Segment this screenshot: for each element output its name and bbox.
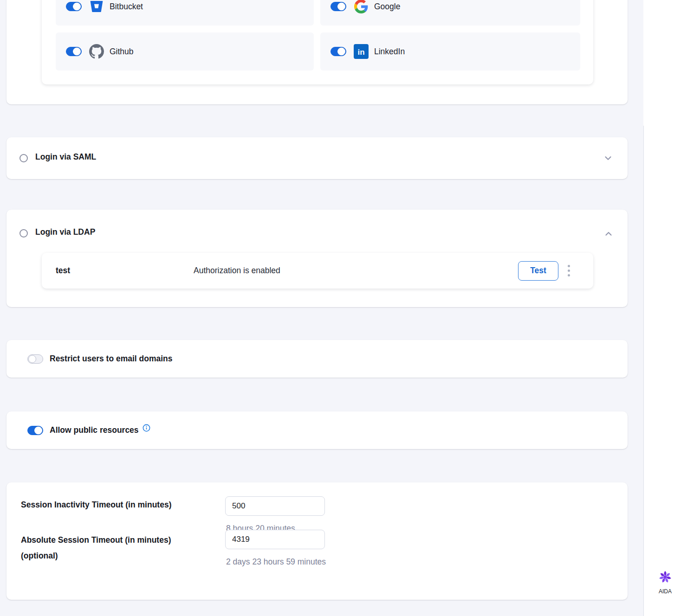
brand-badge[interactable]: AIDA (643, 570, 687, 595)
absolute-timeout-label: Absolute Session Timeout (in minutes) (o… (21, 532, 207, 564)
ldap-section-title: Login via LDAP (35, 227, 95, 237)
github-toggle[interactable] (66, 47, 82, 56)
right-rail-divider (643, 126, 644, 616)
aida-logo-icon (658, 570, 673, 586)
google-toggle[interactable] (331, 2, 346, 11)
github-icon (89, 44, 104, 59)
linkedin-toggle[interactable] (331, 47, 346, 56)
session-timeout-card: Session Inactivity Timeout (in minutes) … (6, 482, 628, 600)
right-rail (643, 0, 687, 616)
inactivity-timeout-input[interactable] (225, 496, 325, 516)
ldap-entry-name: test (56, 266, 194, 276)
bitbucket-toggle[interactable] (66, 2, 82, 11)
svg-text:in: in (357, 48, 364, 57)
restrict-domains-toggle[interactable] (27, 354, 43, 364)
linkedin-icon: in (354, 44, 369, 59)
provider-row-google: Google (320, 0, 580, 26)
provider-row-github: Github (56, 32, 314, 71)
inactivity-timeout-label: Session Inactivity Timeout (in minutes) (21, 497, 171, 513)
absolute-timeout-label-line2: (optional) (21, 551, 58, 560)
ldap-test-button[interactable]: Test (518, 261, 558, 281)
chevron-up-icon[interactable] (603, 229, 614, 239)
provider-label: Google (374, 2, 400, 12)
absolute-timeout-helper: 2 days 23 hours 59 minutes (226, 557, 326, 567)
kebab-menu-icon[interactable] (566, 263, 572, 278)
restrict-domains-card: Restrict users to email domains (6, 340, 628, 378)
absolute-timeout-label-line1: Absolute Session Timeout (in minutes) (21, 535, 171, 545)
chevron-down-icon[interactable] (603, 153, 613, 163)
saml-section-title: Login via SAML (35, 152, 96, 162)
bitbucket-icon (89, 0, 104, 14)
provider-label: LinkedIn (374, 47, 405, 57)
public-resources-toggle[interactable] (27, 426, 43, 435)
absolute-timeout-input[interactable] (225, 530, 325, 549)
ldap-radio[interactable] (19, 229, 28, 237)
brand-label: AIDA (643, 588, 687, 595)
ldap-entry-status: Authorization is enabled (194, 266, 518, 276)
google-icon (354, 0, 369, 14)
provider-label: Bitbucket (110, 2, 143, 12)
info-icon[interactable] (143, 424, 150, 432)
provider-label: Github (110, 47, 134, 57)
public-resources-label: Allow public resources (50, 425, 139, 435)
saml-section-card: Login via SAML (6, 137, 628, 179)
public-resources-card: Allow public resources (6, 411, 628, 449)
provider-row-bitbucket: Bitbucket (56, 0, 314, 26)
ldap-entry-row: test Authorization is enabled Test (42, 253, 593, 289)
provider-row-linkedin: in LinkedIn (320, 32, 580, 71)
restrict-domains-label: Restrict users to email domains (50, 354, 173, 364)
saml-radio[interactable] (19, 154, 28, 162)
